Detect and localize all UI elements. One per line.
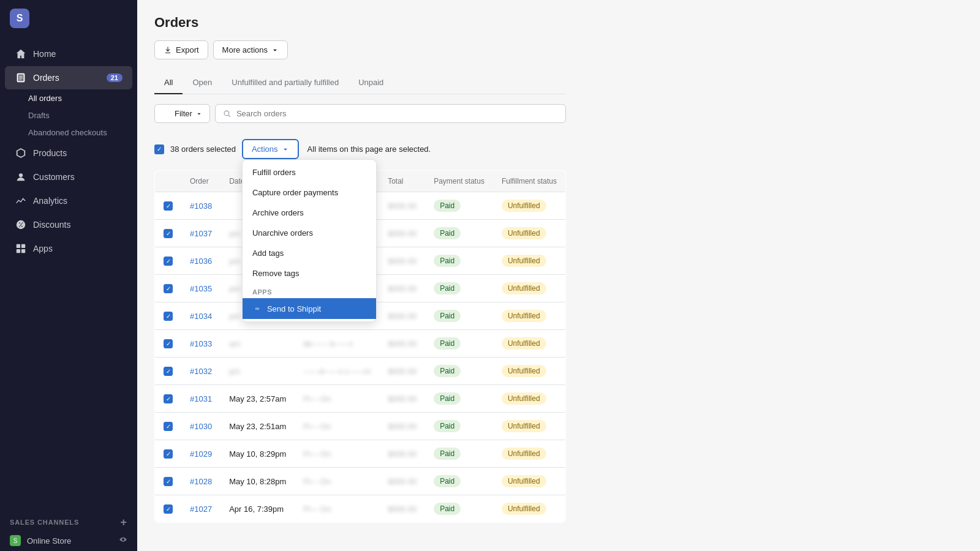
row-checkbox[interactable]: ✓ [164, 477, 173, 486]
col-order: Order [181, 171, 221, 192]
order-payment-cell: Paid [425, 385, 493, 413]
order-link[interactable]: #1036 [190, 257, 212, 266]
customers-icon [15, 171, 27, 183]
fulfillment-badge: Unfulfilled [502, 365, 546, 377]
order-date-cell: Apr 16, 7:39pm [221, 495, 295, 523]
tab-open[interactable]: Open [183, 72, 222, 94]
dropdown-item-fulfill[interactable]: Fulfill orders [243, 162, 376, 182]
row-checkbox[interactable]: ✓ [164, 449, 173, 459]
row-checkbox[interactable]: ✓ [164, 339, 173, 348]
order-total-cell: $000.00 [379, 385, 425, 413]
sidebar-item-customers[interactable]: Customers [5, 165, 132, 189]
order-customer-cell: Fl— On [295, 495, 379, 523]
visibility-icon[interactable] [119, 536, 127, 546]
tab-all[interactable]: All [154, 72, 183, 94]
dropdown-item-add-tags[interactable]: Add tags [243, 243, 376, 263]
row-checkbox[interactable]: ✓ [164, 312, 173, 321]
order-date: Apr 16, 7:39pm [229, 504, 284, 514]
sidebar-item-apps[interactable]: Apps [5, 237, 132, 260]
order-link[interactable]: #1037 [190, 229, 212, 238]
order-tabs: All Open Unfulfilled and partially fulfi… [154, 72, 566, 94]
order-date: May 10, 8:28pm [229, 477, 286, 486]
order-link[interactable]: #1027 [190, 504, 212, 514]
search-input[interactable] [236, 109, 558, 118]
add-sales-channel-btn[interactable]: + [121, 517, 127, 528]
search-box[interactable] [215, 104, 566, 123]
dropdown-item-capture[interactable]: Capture order payments [243, 182, 376, 203]
order-id-cell: #1030 [181, 413, 221, 440]
sidebar-item-home[interactable]: Home [5, 42, 132, 66]
sidebar-item-all-orders[interactable]: All orders [28, 90, 132, 107]
svg-rect-4 [17, 249, 20, 253]
payment-badge: Paid [434, 282, 461, 294]
dropdown-item-unarchive[interactable]: Unarchive orders [243, 223, 376, 243]
sidebar-label-analytics: Analytics [33, 196, 67, 206]
selection-note: All items on this page are selected. [307, 144, 431, 154]
payment-badge: Paid [434, 200, 461, 212]
tab-unpaid[interactable]: Unpaid [349, 72, 393, 94]
dropdown-item-archive[interactable]: Archive orders [243, 203, 376, 223]
fulfillment-badge: Unfulfilled [502, 420, 546, 432]
order-id-cell: #1034 [181, 302, 221, 330]
row-checkbox[interactable]: ✓ [164, 422, 173, 431]
order-link[interactable]: #1030 [190, 422, 212, 431]
sidebar-item-products[interactable]: Products [5, 141, 132, 165]
row-checkbox[interactable]: ✓ [164, 367, 173, 376]
sidebar-item-orders[interactable]: Orders 21 [5, 66, 132, 89]
fulfillment-badge: Unfulfilled [502, 503, 546, 515]
order-total: $000.00 [388, 201, 417, 211]
order-link[interactable]: #1031 [190, 394, 212, 403]
row-checkbox[interactable]: ✓ [164, 201, 173, 211]
dropdown-item-remove-tags[interactable]: Remove tags [243, 263, 376, 283]
payment-badge: Paid [434, 310, 461, 322]
order-id-cell: #1032 [181, 358, 221, 385]
order-link[interactable]: #1028 [190, 477, 212, 486]
sidebar-item-abandoned[interactable]: Abandoned checkouts [28, 124, 132, 141]
order-id-cell: #1031 [181, 385, 221, 413]
order-customer-cell: Fl— On [295, 385, 379, 413]
row-checkbox[interactable]: ✓ [164, 284, 173, 293]
payment-badge: Paid [434, 227, 461, 239]
sidebar-item-drafts[interactable]: Drafts [28, 107, 132, 124]
order-payment-cell: Paid [425, 220, 493, 247]
order-date: am [229, 339, 240, 348]
actions-button[interactable]: Actions [242, 139, 299, 159]
tab-unfulfilled[interactable]: Unfulfilled and partially fulfilled [222, 72, 349, 94]
apps-icon [15, 242, 27, 255]
row-checkbox[interactable]: ✓ [164, 394, 173, 403]
row-checkbox[interactable]: ✓ [164, 257, 173, 266]
order-fulfillment-cell: Unfulfilled [493, 440, 566, 468]
row-checkbox[interactable]: ✓ [164, 504, 173, 514]
order-link[interactable]: #1032 [190, 367, 212, 376]
order-link[interactable]: #1038 [190, 201, 212, 211]
order-id-cell: #1027 [181, 495, 221, 523]
filter-button[interactable]: Filter [154, 104, 210, 123]
order-customer: Fl— On [303, 422, 331, 431]
order-fulfillment-cell: Unfulfilled [493, 495, 566, 523]
order-total-cell: $000.00 [379, 330, 425, 358]
dropdown-item-shippit[interactable]: ∞ Send to Shippit [243, 298, 376, 319]
export-button[interactable]: Export [154, 40, 208, 59]
payment-badge: Paid [434, 337, 461, 350]
home-icon [15, 48, 27, 60]
order-total-cell: $000.00 [379, 247, 425, 275]
fulfillment-badge: Unfulfilled [502, 200, 546, 212]
order-link[interactable]: #1034 [190, 312, 212, 321]
order-link[interactable]: #1033 [190, 339, 212, 348]
order-customer: Fl— On [303, 449, 331, 459]
select-all-checkbox[interactable]: ✓ [154, 144, 164, 154]
sidebar-item-discounts[interactable]: Discounts [5, 213, 132, 236]
sidebar-item-online-store[interactable]: S Online Store [0, 530, 137, 551]
order-date-cell: am [221, 330, 295, 358]
svg-line-7 [228, 115, 230, 117]
row-checkbox-cell: ✓ [155, 385, 182, 413]
order-link[interactable]: #1029 [190, 449, 212, 459]
more-actions-button[interactable]: More actions [213, 40, 288, 59]
sales-channels-section: SALES CHANNELS + [0, 509, 137, 530]
row-checkbox[interactable]: ✓ [164, 229, 173, 238]
order-link[interactable]: #1035 [190, 284, 212, 293]
order-total-cell: $000.00 [379, 358, 425, 385]
sidebar-item-analytics[interactable]: Analytics [5, 189, 132, 212]
row-checkbox-cell: ✓ [155, 358, 182, 385]
order-total: $000.00 [388, 339, 417, 348]
